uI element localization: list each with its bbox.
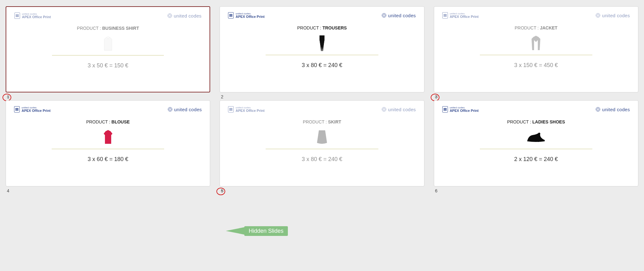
slide[interactable]: united codesAPEX Office Printunited code… bbox=[6, 6, 210, 92]
product-name: SKIRT bbox=[328, 119, 341, 124]
slide[interactable]: united codesAPEX Office Printunited code… bbox=[220, 100, 424, 186]
brand-left: united codesAPEX Office Print bbox=[228, 12, 264, 18]
ring-icon bbox=[382, 107, 386, 112]
slide-header: united codesAPEX Office Printunited code… bbox=[228, 11, 416, 20]
product-title: PRODUCT : JACKET bbox=[442, 25, 630, 30]
slide-number: 1 bbox=[7, 94, 9, 99]
slide[interactable]: united codesAPEX Office Printunited code… bbox=[434, 6, 638, 92]
price-calculation: 2 x 120 € = 240 € bbox=[442, 156, 630, 163]
slide-thumbnail[interactable]: united codesAPEX Office Printunited code… bbox=[434, 100, 638, 186]
trousers-icon bbox=[228, 35, 416, 51]
slide-body: PRODUCT : BLOUSE3 x 60 € = 180 € bbox=[14, 114, 202, 163]
product-name: BLOUSE bbox=[112, 119, 130, 124]
brand-right-text: united codes bbox=[174, 13, 202, 18]
document-icon bbox=[14, 13, 20, 19]
brand-text: united codesAPEX Office Print bbox=[236, 13, 264, 18]
blouse-icon bbox=[14, 129, 202, 145]
brand-left: united codesAPEX Office Print bbox=[442, 106, 479, 112]
price-calculation: 3 x 60 € = 180 € bbox=[14, 156, 202, 163]
ring-icon bbox=[168, 13, 172, 18]
slide-header: united codesAPEX Office Printunited code… bbox=[442, 105, 630, 114]
divider bbox=[480, 55, 592, 55]
brand-left: united codesAPEX Office Print bbox=[14, 13, 51, 19]
divider bbox=[266, 55, 378, 55]
product-prefix: PRODUCT : bbox=[86, 119, 112, 124]
brand-right-text: united codes bbox=[602, 107, 630, 112]
brand-left: united codesAPEX Office Print bbox=[442, 12, 479, 18]
brand-text: united codesAPEX Office Print bbox=[236, 107, 264, 112]
slide-number: 4 bbox=[7, 188, 9, 193]
slide-body: PRODUCT : BUSINESS SHIRT3 x 50 € = 150 € bbox=[14, 20, 201, 69]
price-calculation: 3 x 150 € = 450 € bbox=[442, 62, 630, 69]
product-title: PRODUCT : LADIES SHOES bbox=[442, 119, 630, 124]
document-icon bbox=[228, 12, 234, 18]
brand-right: united codes bbox=[596, 13, 630, 18]
slide-number: 2 bbox=[221, 94, 223, 99]
slide[interactable]: united codesAPEX Office Printunited code… bbox=[220, 6, 424, 92]
product-name: JACKET bbox=[540, 25, 558, 30]
slide-body: PRODUCT : JACKET3 x 150 € = 450 € bbox=[442, 20, 630, 69]
slide-header: united codesAPEX Office Printunited code… bbox=[228, 105, 416, 114]
brand-right-text: united codes bbox=[388, 13, 416, 18]
slide-number: 3 bbox=[435, 94, 438, 99]
brand-text: united codesAPEX Office Print bbox=[450, 13, 479, 18]
slide-body: PRODUCT : TROUSERS3 x 80 € = 240 € bbox=[228, 20, 416, 69]
skirt-icon bbox=[228, 129, 416, 145]
ring-icon bbox=[596, 13, 600, 18]
product-prefix: PRODUCT : bbox=[303, 119, 328, 124]
slide-thumbnail[interactable]: united codesAPEX Office Printunited code… bbox=[434, 6, 638, 92]
ring-icon bbox=[596, 107, 600, 112]
document-icon bbox=[14, 106, 20, 112]
brand-line2: APEX Office Print bbox=[450, 15, 479, 18]
divider bbox=[480, 149, 592, 149]
product-name: LADIES SHOES bbox=[532, 119, 565, 124]
product-title: PRODUCT : SKIRT bbox=[228, 119, 416, 124]
ring-icon bbox=[382, 13, 386, 18]
slide-thumbnail[interactable]: united codesAPEX Office Printunited code… bbox=[6, 6, 210, 92]
price-calculation: 3 x 80 € = 240 € bbox=[228, 156, 416, 163]
divider bbox=[52, 55, 164, 55]
product-name: TROUSERS bbox=[322, 25, 347, 30]
price-calculation: 3 x 80 € = 240 € bbox=[228, 62, 416, 69]
divider bbox=[266, 149, 378, 149]
slide-thumbnail[interactable]: united codesAPEX Office Printunited code… bbox=[6, 100, 210, 186]
brand-line2: APEX Office Print bbox=[450, 109, 479, 112]
slide-number: 5 bbox=[221, 188, 223, 193]
annotation-label: Hidden Slides bbox=[244, 226, 288, 236]
brand-right: united codes bbox=[596, 107, 630, 112]
brand-text: united codesAPEX Office Print bbox=[22, 107, 50, 112]
document-icon bbox=[442, 12, 448, 18]
divider bbox=[52, 149, 164, 149]
slide[interactable]: united codesAPEX Office Printunited code… bbox=[6, 100, 210, 186]
brand-left: united codesAPEX Office Print bbox=[14, 106, 50, 112]
ring-icon bbox=[168, 107, 172, 112]
jacket-icon bbox=[442, 35, 630, 51]
slide[interactable]: united codesAPEX Office Printunited code… bbox=[434, 100, 638, 186]
slide-header: united codesAPEX Office Printunited code… bbox=[442, 11, 630, 20]
brand-right-text: united codes bbox=[602, 13, 630, 18]
slide-sorter-grid: united codesAPEX Office Printunited code… bbox=[6, 6, 638, 186]
brand-right: united codes bbox=[382, 13, 416, 18]
product-title: PRODUCT : BUSINESS SHIRT bbox=[14, 26, 201, 31]
brand-right-text: united codes bbox=[388, 107, 416, 112]
brand-text: united codesAPEX Office Print bbox=[450, 107, 479, 112]
product-prefix: PRODUCT : bbox=[77, 26, 102, 31]
product-prefix: PRODUCT : bbox=[297, 25, 323, 30]
shoe-icon bbox=[442, 129, 630, 145]
slide-header: united codesAPEX Office Printunited code… bbox=[14, 105, 202, 114]
brand-right-text: united codes bbox=[174, 107, 202, 112]
slide-thumbnail[interactable]: united codesAPEX Office Printunited code… bbox=[220, 6, 424, 92]
hidden-slides-annotation: Hidden Slides bbox=[226, 181, 288, 271]
slide-header: united codesAPEX Office Printunited code… bbox=[14, 11, 201, 20]
brand-right: united codes bbox=[168, 13, 202, 18]
svg-rect-0 bbox=[538, 139, 539, 142]
document-icon bbox=[442, 106, 448, 112]
slide-body: PRODUCT : SKIRT3 x 80 € = 240 € bbox=[228, 114, 416, 163]
brand-left: united codesAPEX Office Print bbox=[228, 106, 264, 112]
product-name: BUSINESS SHIRT bbox=[102, 26, 139, 31]
slide-thumbnail[interactable]: united codesAPEX Office Printunited code… bbox=[220, 100, 424, 186]
brand-line2: APEX Office Print bbox=[236, 15, 264, 18]
brand-right: united codes bbox=[168, 107, 202, 112]
brand-line2: APEX Office Print bbox=[236, 109, 264, 112]
price-calculation: 3 x 50 € = 150 € bbox=[14, 62, 201, 69]
